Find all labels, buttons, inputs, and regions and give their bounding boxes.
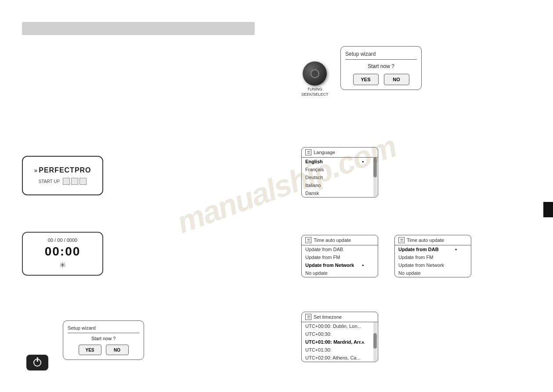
timezone-menu-title-bar: ☰ Set timezone (302, 312, 378, 322)
time-update-left-item-no[interactable]: No update (302, 269, 372, 277)
language-menu-items: English Français Deutsch Italiano Dansk (302, 158, 378, 197)
language-item-english[interactable]: English (302, 158, 372, 165)
time-update-right-title-bar: ☰ Time auto update (395, 235, 471, 245)
language-scrollbar-thumb[interactable] (373, 158, 377, 177)
startup-sq-3 (80, 178, 87, 185)
language-scrollbar-track (373, 158, 377, 197)
setup-wizard-small-yes-button[interactable]: YES (79, 345, 101, 355)
language-item-dansk[interactable]: Dansk (302, 189, 372, 197)
timezone-item-utc0[interactable]: UTC+00:00: Dublin, Lon... (302, 322, 372, 330)
time-update-left-items: Update from DAB Update from FM Update fr… (302, 245, 378, 277)
setup-wizard-large: Setup wizard Start now ? YES NO (340, 46, 422, 90)
snowflake-icon: ✳ (59, 260, 66, 270)
tuning-knob-inner (311, 69, 319, 78)
timezone-menu-title: Set timezone (314, 314, 342, 320)
power-icon (33, 359, 41, 367)
startup-sq-1 (63, 178, 70, 185)
time-update-right-items: Update from DAB Update from FM Update fr… (395, 245, 471, 277)
setup-wizard-large-title: Setup wizard (345, 51, 417, 60)
time-update-right-menu: ☰ Time auto update Update from DAB Updat… (394, 235, 471, 277)
startup-row: START UP (39, 178, 87, 185)
language-item-italiano[interactable]: Italiano (302, 181, 372, 189)
brand-logo: » PERFECTPRO (34, 166, 91, 174)
setup-wizard-small: Setup wizard Start now ? YES NO (63, 320, 144, 360)
logo-arrow-icon: » (34, 167, 38, 174)
tuning-label: TUNING SEEK/SELECT (301, 87, 329, 97)
timezone-menu-icon: ☰ (305, 314, 311, 320)
language-menu-title: Language (314, 150, 335, 155)
time-update-left-item-dab[interactable]: Update from DAB (302, 245, 372, 253)
setup-wizard-small-title: Setup wizard (68, 325, 139, 333)
clock-date: 00 / 00 / 0000 (48, 237, 77, 243)
timezone-scrollbar-track (373, 322, 377, 362)
setup-wizard-large-buttons: YES NO (345, 74, 417, 85)
timezone-item-utc130[interactable]: UTC+01:30: (302, 346, 372, 354)
setup-wizard-small-no-button[interactable]: NO (106, 345, 129, 355)
time-update-left-title-bar: ☰ Time auto update (302, 235, 378, 245)
language-item-francais[interactable]: Français (302, 165, 372, 173)
time-update-right-item-no[interactable]: No update (395, 269, 466, 277)
clock-time: 00:00 (45, 245, 81, 259)
setup-wizard-large-yes-button[interactable]: YES (353, 74, 379, 85)
time-update-left-title: Time auto update (314, 237, 351, 243)
time-update-right-item-fm[interactable]: Update from FM (395, 253, 466, 261)
time-update-left-item-fm[interactable]: Update from FM (302, 253, 372, 261)
logo-box: » PERFECTPRO START UP (22, 156, 103, 195)
time-update-left-item-network[interactable]: Update from Network (302, 261, 372, 269)
startup-sq-2 (71, 178, 78, 185)
timezone-menu-items: UTC+00:00: Dublin, Lon... UTC+00:30: UTC… (302, 322, 378, 362)
timezone-item-utc1[interactable]: UTC+01:00: Mardrid, Arr... (302, 338, 372, 346)
setup-wizard-large-no-button[interactable]: NO (384, 74, 409, 85)
setup-wizard-large-question: Start now ? (345, 63, 417, 69)
tuning-knob[interactable] (303, 61, 327, 86)
time-update-right-icon: ☰ (398, 237, 405, 243)
startup-label: START UP (39, 179, 60, 184)
language-menu-title-bar: ☰ Language (302, 147, 378, 158)
time-update-left-icon: ☰ (305, 237, 311, 243)
timezone-menu: ☰ Set timezone UTC+00:00: Dublin, Lon...… (301, 312, 378, 362)
time-update-right-item-dab[interactable]: Update from DAB (395, 245, 466, 253)
language-menu: ☰ Language English Français Deutsch Ital… (301, 147, 378, 198)
clock-box: 00 / 00 / 0000 00:00 ✳ (22, 232, 103, 276)
timezone-item-utc030[interactable]: UTC+00:30: (302, 330, 372, 338)
time-update-right-title: Time auto update (407, 237, 444, 243)
tuning-section: TUNING SEEK/SELECT (301, 61, 329, 97)
power-button[interactable] (26, 355, 48, 370)
time-update-right-item-network[interactable]: Update from Network (395, 261, 466, 269)
language-menu-icon: ☰ (305, 149, 311, 155)
timezone-item-utc2[interactable]: UTC+02:00: Athens, Ca... (302, 354, 372, 362)
timezone-scrollbar-thumb[interactable] (373, 333, 377, 349)
language-item-deutsch[interactable]: Deutsch (302, 173, 372, 181)
time-update-left-menu: ☰ Time auto update Update from DAB Updat… (301, 235, 378, 277)
setup-wizard-small-question: Start now ? (68, 336, 139, 341)
top-bar (22, 22, 255, 35)
setup-wizard-small-buttons: YES NO (68, 345, 139, 355)
right-bar (543, 202, 553, 217)
